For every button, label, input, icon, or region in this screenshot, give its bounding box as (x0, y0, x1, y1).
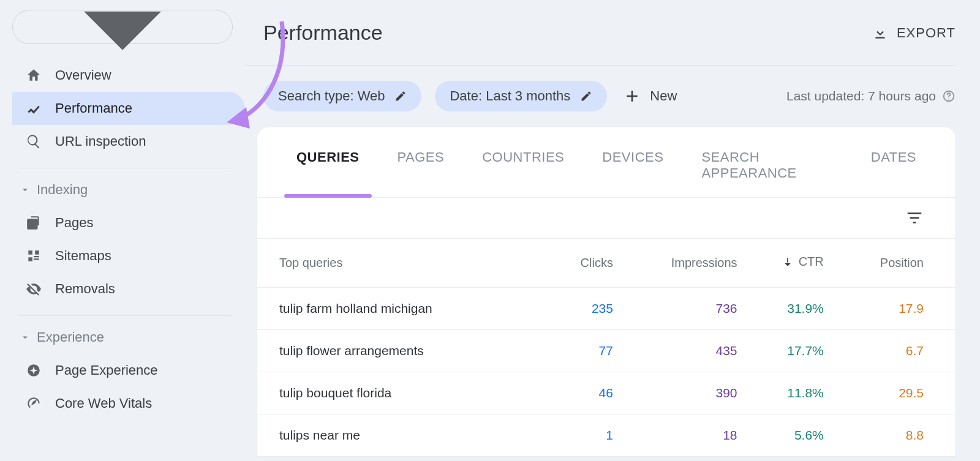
add-filter-button[interactable]: New (620, 83, 680, 109)
table-row[interactable]: tulip bouquet florida4639011.8%29.5 (257, 372, 956, 414)
filter-chip-search-type[interactable]: Search type: Web (263, 81, 421, 111)
last-updated: Last updated: 7 hours ago (786, 89, 956, 103)
cell-impressions: 18 (625, 414, 750, 456)
results-card: QUERIES PAGES COUNTRIES DEVICES SEARCH A… (257, 127, 956, 457)
sitemap-icon (26, 248, 42, 264)
help-icon[interactable] (942, 89, 956, 103)
sidebar-item-label: Pages (55, 215, 93, 231)
chip-label: Date: Last 3 months (450, 88, 570, 104)
cell-query: tulip farm holland michigan (257, 287, 554, 329)
cell-ctr: 17.7% (750, 329, 836, 372)
tab-label: SEARCH APPEARANCE (701, 149, 796, 181)
pencil-icon (580, 90, 592, 102)
sidebar-item-url-inspection[interactable]: URL inspection (12, 125, 238, 158)
sidebar-section-label: Experience (37, 329, 104, 345)
main-content: Performance EXPORT Search type: Web Date… (245, 0, 980, 461)
eye-off-icon (26, 281, 42, 297)
trend-icon (26, 100, 42, 116)
divider (18, 168, 232, 168)
cell-query: tulip flower arrangements (257, 329, 554, 372)
filter-chip-date[interactable]: Date: Last 3 months (435, 81, 607, 111)
cell-position: 8.8 (836, 414, 956, 456)
sidebar-item-label: Removals (55, 281, 115, 297)
sidebar-item-removals[interactable]: Removals (12, 272, 238, 305)
tab-bar: QUERIES PAGES COUNTRIES DEVICES SEARCH A… (257, 127, 956, 198)
col-header-position[interactable]: Position (836, 239, 956, 287)
home-icon (26, 67, 42, 83)
cell-impressions: 390 (625, 372, 750, 414)
sidebar-item-page-experience[interactable]: Page Experience (12, 354, 238, 387)
cell-position: 29.5 (836, 372, 956, 414)
download-icon (872, 25, 888, 41)
table-row[interactable]: tulip farm holland michigan23573631.9%17… (257, 287, 956, 329)
sidebar-section-experience[interactable]: Experience (12, 324, 238, 354)
cell-ctr: 11.8% (750, 372, 836, 414)
sparkle-icon (26, 362, 42, 378)
sidebar-item-label: Overview (55, 67, 111, 83)
tab-search-appearance[interactable]: SEARCH APPEARANCE (699, 146, 835, 197)
last-updated-text: Last updated: 7 hours ago (786, 89, 936, 103)
cell-query: tulip bouquet florida (257, 372, 554, 414)
search-icon (26, 133, 42, 149)
chevron-down-icon (20, 332, 31, 343)
tab-dates[interactable]: DATES (869, 146, 919, 197)
cell-clicks: 77 (554, 329, 625, 372)
tab-countries[interactable]: COUNTRIES (480, 146, 567, 197)
cell-impressions: 736 (625, 287, 750, 329)
chevron-down-icon (20, 184, 31, 195)
sort-desc-icon (782, 256, 794, 268)
col-header-clicks[interactable]: Clicks (554, 239, 625, 287)
pencil-icon (394, 90, 407, 102)
cell-clicks: 1 (554, 414, 625, 456)
col-header-ctr[interactable]: CTR (750, 239, 836, 287)
property-selector[interactable] (12, 10, 233, 44)
table-row[interactable]: tulips near me1185.6%8.8 (257, 414, 956, 456)
sidebar-section-label: Indexing (37, 182, 88, 198)
cell-query: tulips near me (257, 414, 554, 456)
sidebar: Overview Performance URL inspection Inde… (0, 0, 245, 461)
sidebar-item-label: Core Web Vitals (55, 395, 152, 411)
cell-ctr: 5.6% (750, 414, 836, 456)
queries-table: Top queries Clicks Impressions CTR Posit… (257, 239, 956, 457)
tab-devices[interactable]: DEVICES (600, 146, 666, 197)
sidebar-item-label: Performance (55, 100, 132, 116)
cell-position: 6.7 (836, 329, 956, 372)
cell-impressions: 435 (625, 329, 750, 372)
tab-underline (284, 194, 372, 198)
col-header-impressions[interactable]: Impressions (625, 239, 750, 287)
gauge-icon (26, 395, 42, 411)
cell-clicks: 46 (554, 372, 625, 414)
sidebar-section-indexing[interactable]: Indexing (12, 177, 238, 206)
table-row[interactable]: tulip flower arrangements7743517.7%6.7 (257, 329, 956, 372)
plus-icon (624, 88, 640, 104)
sidebar-item-sitemaps[interactable]: Sitemaps (12, 239, 238, 272)
tab-label: QUERIES (296, 149, 360, 165)
add-filter-label: New (650, 88, 677, 104)
chip-label: Search type: Web (278, 88, 385, 104)
tab-label: DATES (871, 149, 916, 165)
tab-label: PAGES (398, 149, 445, 165)
page-title: Performance (263, 21, 383, 45)
cell-ctr: 31.9% (750, 287, 836, 329)
sidebar-item-label: Page Experience (55, 362, 158, 378)
col-header-query[interactable]: Top queries (257, 239, 554, 287)
sidebar-item-pages[interactable]: Pages (12, 206, 238, 239)
cell-position: 17.9 (836, 287, 956, 329)
sidebar-item-label: Sitemaps (55, 248, 111, 264)
tab-label: DEVICES (602, 149, 663, 165)
pages-icon (26, 215, 42, 231)
tab-label: COUNTRIES (482, 149, 564, 165)
cell-clicks: 235 (554, 287, 625, 329)
tab-queries[interactable]: QUERIES (294, 146, 362, 197)
tab-pages[interactable]: PAGES (395, 146, 447, 197)
divider (18, 315, 232, 316)
sidebar-item-label: URL inspection (55, 133, 146, 149)
export-button[interactable]: EXPORT (872, 25, 956, 41)
sidebar-item-core-web-vitals[interactable]: Core Web Vitals (12, 387, 238, 420)
filter-bar: Search type: Web Date: Last 3 months New… (245, 66, 956, 127)
page-header: Performance EXPORT (245, 0, 956, 66)
export-label: EXPORT (897, 25, 956, 41)
table-filter-icon[interactable] (905, 209, 924, 227)
